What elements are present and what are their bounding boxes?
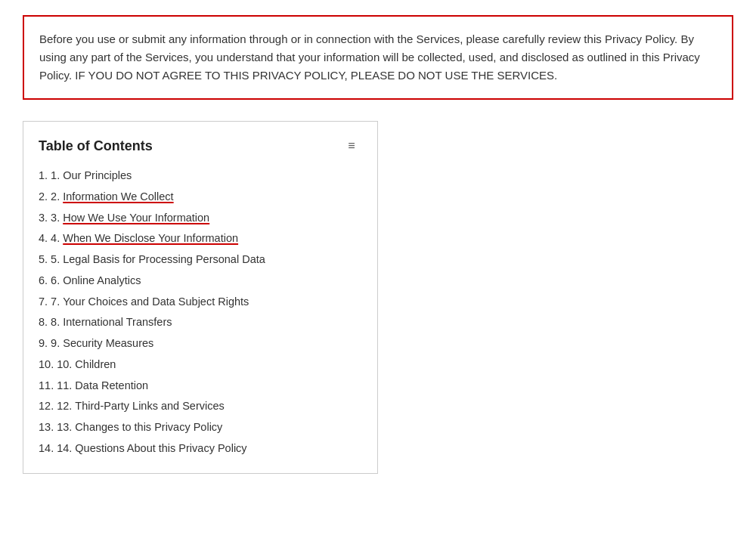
toc-item: 13. 13.Changes to this Privacy Policy [39,417,362,438]
toc-item-number: 8. 8. [39,314,60,331]
toc-item-number: 4. 4. [39,230,60,247]
toc-item-number: 11. 11. [39,378,72,394]
toc-header: Table of Contents ≡ [39,135,362,156]
toc-item-link[interactable]: How We Use Your Information [63,210,209,227]
toc-item-link[interactable]: Changes to this Privacy Policy [75,419,222,436]
toc-item: 7. 7.Your Choices and Data Subject Right… [39,292,362,313]
toc-item: 2. 2.Information We Collect [39,187,362,208]
toc-item-number: 12. 12. [39,398,72,415]
toc-item-link[interactable]: Third-Party Links and Services [75,398,224,415]
toc-list: 1. 1.Our Principles2. 2.Information We C… [39,166,362,459]
toc-item-link[interactable]: International Transfers [63,314,172,331]
toc-item: 8. 8.International Transfers [39,312,362,333]
toc-item-number: 9. 9. [39,336,60,352]
toc-item: 12. 12.Third-Party Links and Services [39,396,362,417]
toc-item: 4. 4.When We Disclose Your Information [39,228,362,249]
toc-title: Table of Contents [39,136,153,156]
toc-item: 9. 9.Security Measures [39,333,362,354]
toc-item-number: 7. 7. [39,294,60,311]
toc-item: 11. 11.Data Retention [39,376,362,397]
toc-item-link[interactable]: Online Analytics [63,273,141,289]
toc-item-link[interactable]: Questions About this Privacy Policy [75,441,246,457]
warning-text: Before you use or submit any information… [39,30,717,85]
toc-item: 10. 10.Children [39,354,362,376]
toc-item: 1. 1.Our Principles [39,166,362,187]
toc-item-number: 1. 1. [39,168,60,184]
toc-item-number: 3. 3. [39,210,60,227]
toc-item: 3. 3.How We Use Your Information [39,208,362,229]
toc-item-number: 10. 10. [39,357,72,373]
toc-item: 6. 6.Online Analytics [39,271,362,292]
toc-item-link[interactable]: Data Retention [75,378,148,394]
toc-item-number: 6. 6. [39,273,60,289]
toc-item-number: 5. 5. [39,252,60,268]
toc-item-link[interactable]: Security Measures [63,336,153,352]
toc-item-link[interactable]: When We Disclose Your Information [63,230,238,247]
toc-menu-icon[interactable]: ≡ [341,135,362,156]
toc-item-link[interactable]: Children [75,357,116,373]
toc-item-link[interactable]: Legal Basis for Processing Personal Data [63,252,265,268]
toc-item: 14. 14.Questions About this Privacy Poli… [39,438,362,459]
toc-item-link[interactable]: Our Principles [63,168,132,184]
toc-item-number: 14. 14. [39,441,72,457]
toc-item: 5. 5.Legal Basis for Processing Personal… [39,249,362,271]
toc-item-link[interactable]: Your Choices and Data Subject Rights [63,294,249,311]
table-of-contents: Table of Contents ≡ 1. 1.Our Principles2… [23,121,378,474]
toc-item-number: 13. 13. [39,419,72,436]
toc-item-link[interactable]: Information We Collect [63,189,173,206]
warning-box: Before you use or submit any information… [23,15,733,100]
toc-item-number: 2. 2. [39,189,60,206]
